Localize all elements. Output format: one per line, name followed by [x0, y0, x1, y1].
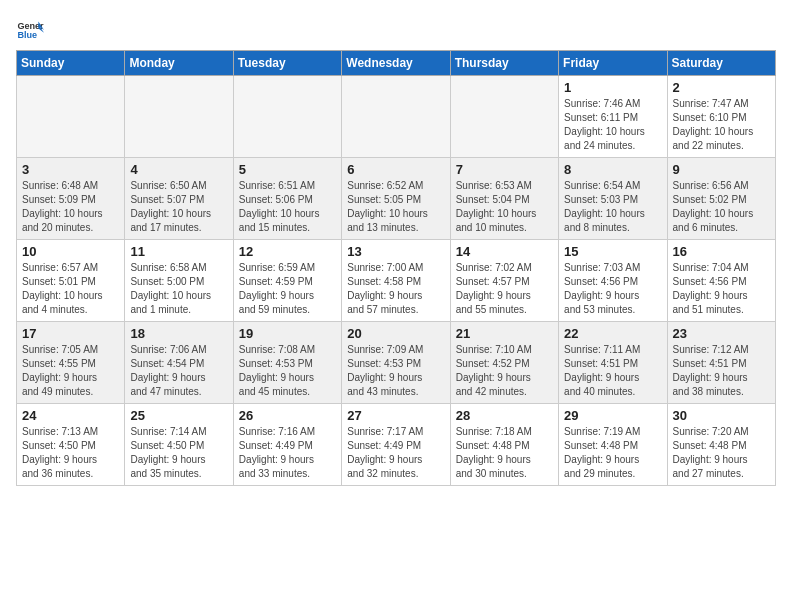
weekday-header-wednesday: Wednesday — [342, 51, 450, 76]
calendar-day-cell: 1Sunrise: 7:46 AM Sunset: 6:11 PM Daylig… — [559, 76, 667, 158]
day-info: Sunrise: 7:13 AM Sunset: 4:50 PM Dayligh… — [22, 425, 119, 481]
day-number: 13 — [347, 244, 444, 259]
calendar-day-cell: 17Sunrise: 7:05 AM Sunset: 4:55 PM Dayli… — [17, 322, 125, 404]
day-number: 19 — [239, 326, 336, 341]
calendar-day-cell: 15Sunrise: 7:03 AM Sunset: 4:56 PM Dayli… — [559, 240, 667, 322]
calendar-week-row: 1Sunrise: 7:46 AM Sunset: 6:11 PM Daylig… — [17, 76, 776, 158]
calendar-day-cell — [233, 76, 341, 158]
day-number: 25 — [130, 408, 227, 423]
day-info: Sunrise: 7:18 AM Sunset: 4:48 PM Dayligh… — [456, 425, 553, 481]
calendar-day-cell: 11Sunrise: 6:58 AM Sunset: 5:00 PM Dayli… — [125, 240, 233, 322]
day-number: 14 — [456, 244, 553, 259]
day-number: 6 — [347, 162, 444, 177]
day-info: Sunrise: 7:02 AM Sunset: 4:57 PM Dayligh… — [456, 261, 553, 317]
svg-text:Blue: Blue — [17, 30, 37, 40]
day-info: Sunrise: 7:46 AM Sunset: 6:11 PM Dayligh… — [564, 97, 661, 153]
day-number: 21 — [456, 326, 553, 341]
day-info: Sunrise: 7:47 AM Sunset: 6:10 PM Dayligh… — [673, 97, 770, 153]
day-info: Sunrise: 7:12 AM Sunset: 4:51 PM Dayligh… — [673, 343, 770, 399]
day-number: 5 — [239, 162, 336, 177]
weekday-header-row: SundayMondayTuesdayWednesdayThursdayFrid… — [17, 51, 776, 76]
day-info: Sunrise: 6:53 AM Sunset: 5:04 PM Dayligh… — [456, 179, 553, 235]
day-number: 11 — [130, 244, 227, 259]
calendar-day-cell: 26Sunrise: 7:16 AM Sunset: 4:49 PM Dayli… — [233, 404, 341, 486]
calendar-day-cell: 24Sunrise: 7:13 AM Sunset: 4:50 PM Dayli… — [17, 404, 125, 486]
day-number: 7 — [456, 162, 553, 177]
day-info: Sunrise: 7:17 AM Sunset: 4:49 PM Dayligh… — [347, 425, 444, 481]
day-number: 12 — [239, 244, 336, 259]
calendar-day-cell — [125, 76, 233, 158]
day-info: Sunrise: 7:00 AM Sunset: 4:58 PM Dayligh… — [347, 261, 444, 317]
day-info: Sunrise: 7:11 AM Sunset: 4:51 PM Dayligh… — [564, 343, 661, 399]
calendar-week-row: 17Sunrise: 7:05 AM Sunset: 4:55 PM Dayli… — [17, 322, 776, 404]
day-info: Sunrise: 7:14 AM Sunset: 4:50 PM Dayligh… — [130, 425, 227, 481]
day-info: Sunrise: 7:19 AM Sunset: 4:48 PM Dayligh… — [564, 425, 661, 481]
calendar-day-cell: 12Sunrise: 6:59 AM Sunset: 4:59 PM Dayli… — [233, 240, 341, 322]
day-info: Sunrise: 6:57 AM Sunset: 5:01 PM Dayligh… — [22, 261, 119, 317]
calendar-day-cell: 7Sunrise: 6:53 AM Sunset: 5:04 PM Daylig… — [450, 158, 558, 240]
calendar-day-cell: 14Sunrise: 7:02 AM Sunset: 4:57 PM Dayli… — [450, 240, 558, 322]
calendar-day-cell: 8Sunrise: 6:54 AM Sunset: 5:03 PM Daylig… — [559, 158, 667, 240]
calendar-day-cell: 22Sunrise: 7:11 AM Sunset: 4:51 PM Dayli… — [559, 322, 667, 404]
weekday-header-sunday: Sunday — [17, 51, 125, 76]
day-number: 18 — [130, 326, 227, 341]
calendar-day-cell: 4Sunrise: 6:50 AM Sunset: 5:07 PM Daylig… — [125, 158, 233, 240]
calendar-week-row: 10Sunrise: 6:57 AM Sunset: 5:01 PM Dayli… — [17, 240, 776, 322]
day-info: Sunrise: 6:52 AM Sunset: 5:05 PM Dayligh… — [347, 179, 444, 235]
day-number: 3 — [22, 162, 119, 177]
calendar-day-cell: 28Sunrise: 7:18 AM Sunset: 4:48 PM Dayli… — [450, 404, 558, 486]
day-number: 28 — [456, 408, 553, 423]
day-number: 9 — [673, 162, 770, 177]
calendar-day-cell: 5Sunrise: 6:51 AM Sunset: 5:06 PM Daylig… — [233, 158, 341, 240]
calendar-day-cell: 6Sunrise: 6:52 AM Sunset: 5:05 PM Daylig… — [342, 158, 450, 240]
day-info: Sunrise: 6:51 AM Sunset: 5:06 PM Dayligh… — [239, 179, 336, 235]
day-number: 2 — [673, 80, 770, 95]
day-number: 26 — [239, 408, 336, 423]
logo: General Blue — [16, 16, 48, 44]
day-info: Sunrise: 7:05 AM Sunset: 4:55 PM Dayligh… — [22, 343, 119, 399]
day-number: 22 — [564, 326, 661, 341]
day-number: 15 — [564, 244, 661, 259]
day-info: Sunrise: 7:16 AM Sunset: 4:49 PM Dayligh… — [239, 425, 336, 481]
day-info: Sunrise: 6:48 AM Sunset: 5:09 PM Dayligh… — [22, 179, 119, 235]
day-number: 4 — [130, 162, 227, 177]
day-number: 17 — [22, 326, 119, 341]
calendar-day-cell: 30Sunrise: 7:20 AM Sunset: 4:48 PM Dayli… — [667, 404, 775, 486]
calendar-day-cell: 20Sunrise: 7:09 AM Sunset: 4:53 PM Dayli… — [342, 322, 450, 404]
day-number: 23 — [673, 326, 770, 341]
day-number: 10 — [22, 244, 119, 259]
calendar-day-cell: 19Sunrise: 7:08 AM Sunset: 4:53 PM Dayli… — [233, 322, 341, 404]
day-number: 1 — [564, 80, 661, 95]
day-number: 24 — [22, 408, 119, 423]
calendar-day-cell — [450, 76, 558, 158]
day-number: 27 — [347, 408, 444, 423]
weekday-header-thursday: Thursday — [450, 51, 558, 76]
day-info: Sunrise: 7:08 AM Sunset: 4:53 PM Dayligh… — [239, 343, 336, 399]
day-info: Sunrise: 7:09 AM Sunset: 4:53 PM Dayligh… — [347, 343, 444, 399]
day-info: Sunrise: 6:54 AM Sunset: 5:03 PM Dayligh… — [564, 179, 661, 235]
calendar-day-cell: 2Sunrise: 7:47 AM Sunset: 6:10 PM Daylig… — [667, 76, 775, 158]
day-number: 29 — [564, 408, 661, 423]
day-number: 20 — [347, 326, 444, 341]
day-info: Sunrise: 6:59 AM Sunset: 4:59 PM Dayligh… — [239, 261, 336, 317]
day-number: 30 — [673, 408, 770, 423]
calendar-day-cell: 16Sunrise: 7:04 AM Sunset: 4:56 PM Dayli… — [667, 240, 775, 322]
day-info: Sunrise: 7:03 AM Sunset: 4:56 PM Dayligh… — [564, 261, 661, 317]
day-number: 8 — [564, 162, 661, 177]
weekday-header-saturday: Saturday — [667, 51, 775, 76]
day-info: Sunrise: 6:50 AM Sunset: 5:07 PM Dayligh… — [130, 179, 227, 235]
calendar-day-cell: 21Sunrise: 7:10 AM Sunset: 4:52 PM Dayli… — [450, 322, 558, 404]
calendar-day-cell — [17, 76, 125, 158]
calendar-day-cell: 10Sunrise: 6:57 AM Sunset: 5:01 PM Dayli… — [17, 240, 125, 322]
calendar-day-cell — [342, 76, 450, 158]
logo-icon: General Blue — [16, 16, 44, 44]
calendar-week-row: 3Sunrise: 6:48 AM Sunset: 5:09 PM Daylig… — [17, 158, 776, 240]
day-info: Sunrise: 7:20 AM Sunset: 4:48 PM Dayligh… — [673, 425, 770, 481]
day-info: Sunrise: 7:04 AM Sunset: 4:56 PM Dayligh… — [673, 261, 770, 317]
calendar-week-row: 24Sunrise: 7:13 AM Sunset: 4:50 PM Dayli… — [17, 404, 776, 486]
page-header: General Blue — [16, 16, 776, 44]
calendar-day-cell: 25Sunrise: 7:14 AM Sunset: 4:50 PM Dayli… — [125, 404, 233, 486]
weekday-header-tuesday: Tuesday — [233, 51, 341, 76]
calendar-day-cell: 13Sunrise: 7:00 AM Sunset: 4:58 PM Dayli… — [342, 240, 450, 322]
calendar-day-cell: 9Sunrise: 6:56 AM Sunset: 5:02 PM Daylig… — [667, 158, 775, 240]
